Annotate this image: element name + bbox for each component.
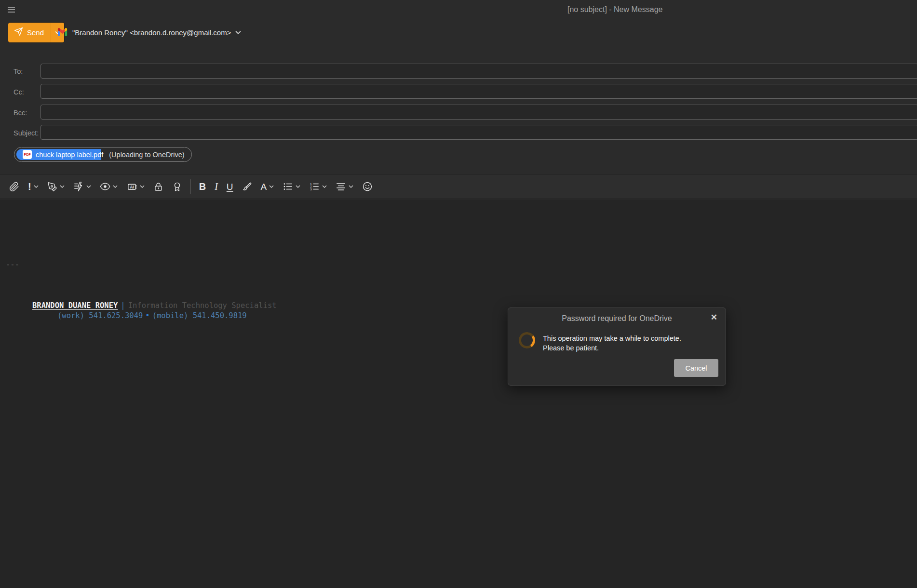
to-input[interactable] (40, 64, 917, 79)
gmail-icon (57, 27, 68, 38)
phone-work-number: 541.625.3049 (89, 311, 143, 320)
certificate-seal-icon (172, 182, 182, 192)
phone-separator-bullet: • (145, 311, 149, 320)
paint-brush-icon (242, 182, 252, 192)
chevron-down-icon (140, 185, 145, 188)
emoji-button[interactable] (358, 177, 377, 196)
toolbar-divider (190, 179, 191, 194)
chevron-down-icon (296, 185, 300, 188)
close-icon[interactable]: ✕ (709, 311, 719, 323)
formatting-toolbar: ! AI B I (0, 174, 917, 199)
chevron-down-icon (60, 185, 65, 188)
subject-input[interactable] (40, 125, 917, 140)
quick-text-button[interactable] (69, 177, 95, 196)
paper-plane-icon (14, 27, 23, 38)
exclamation-icon: ! (28, 182, 31, 191)
pen-icon (47, 182, 57, 192)
window-title: [no subject] - New Message (567, 5, 662, 14)
from-account-text: "Brandon Roney" <brandon.d.roney@gmail.c… (72, 28, 231, 37)
bullet-list-button[interactable] (278, 177, 305, 196)
phone-work-label: (work) (57, 311, 84, 320)
font-letter-icon: A (261, 182, 267, 191)
hamburger-icon (8, 7, 15, 8)
attachment-chip[interactable]: PDF chuck laptop label.pdf (Uploading to… (14, 147, 192, 162)
lock-icon (153, 182, 163, 192)
chevron-down-icon (322, 185, 327, 188)
italic-button[interactable]: I (210, 177, 222, 196)
bcc-label: Bcc: (13, 109, 27, 117)
cc-input[interactable] (40, 84, 917, 99)
numbered-list-icon: 123 (309, 181, 320, 192)
phone-mobile-label: (mobile) (152, 311, 189, 320)
align-icon (336, 181, 346, 192)
font-style-button[interactable]: A (256, 177, 279, 196)
pdf-file-icon: PDF (23, 150, 32, 159)
bcc-input[interactable] (40, 105, 917, 120)
smiley-icon (362, 181, 373, 192)
signature-separator: --- (6, 260, 19, 269)
attachment-upload-status: (Uploading to OneDrive) (109, 151, 184, 159)
chevron-down-icon (34, 185, 39, 188)
from-account-selector[interactable]: "Brandon Roney" <brandon.d.roney@gmail.c… (57, 23, 241, 42)
ai-assistant-button[interactable]: AI (122, 177, 149, 196)
cc-label: Cc: (13, 88, 24, 96)
phone-mobile-number: 541.450.9819 (193, 311, 247, 320)
dialog-message: This operation may take a while to compl… (543, 334, 681, 353)
dialog-message-line2: Please be patient. (543, 343, 681, 353)
priority-button[interactable]: ! (24, 177, 43, 196)
chevron-down-icon (269, 185, 274, 188)
underline-button[interactable]: U (222, 177, 238, 196)
title-bar: [no subject] - New Message (0, 0, 917, 19)
loading-spinner-icon (517, 331, 536, 349)
chevron-down-icon (113, 185, 118, 188)
format-painter-button[interactable] (238, 177, 256, 196)
to-label: To: (13, 67, 23, 75)
signature-button[interactable] (43, 177, 69, 196)
paperclip-icon (9, 182, 19, 192)
signature-line-2: (work) 541.625.3049•(mobile) 541.450.981… (30, 303, 247, 329)
ai-chip-icon: AI (126, 181, 137, 192)
subject-label: Subject: (13, 129, 39, 137)
digital-sign-button[interactable] (168, 177, 187, 196)
eye-icon (100, 181, 110, 192)
compose-window: [no subject] - New Message Send "Brandon… (0, 0, 917, 588)
svg-text:AI: AI (130, 185, 134, 189)
onedrive-password-dialog: Password required for OneDrive ✕ This op… (508, 307, 726, 386)
send-button-label: Send (27, 28, 44, 37)
dialog-title: Password required for OneDrive (508, 314, 726, 323)
svg-text:3: 3 (310, 188, 312, 191)
numbered-list-button[interactable]: 123 (305, 177, 331, 196)
bold-button[interactable]: B (195, 177, 210, 196)
chevron-down-icon (86, 185, 91, 188)
message-body-editor[interactable]: --- BRANDON DUANE RONEY|Information Tech… (0, 200, 917, 588)
encrypt-button[interactable] (149, 177, 168, 196)
read-receipt-button[interactable] (95, 177, 122, 196)
dialog-message-line1: This operation may take a while to compl… (543, 334, 681, 343)
alignment-button[interactable] (331, 177, 358, 196)
bullet-list-icon (283, 181, 293, 192)
chevron-down-icon (349, 185, 353, 188)
hamburger-menu-button[interactable] (8, 5, 17, 14)
send-button[interactable]: Send (8, 23, 64, 42)
quick-text-icon (73, 181, 84, 192)
attachment-filename: chuck laptop label.pdf (36, 151, 103, 159)
chevron-down-icon (235, 30, 241, 35)
attach-button[interactable] (5, 177, 24, 196)
cancel-button[interactable]: Cancel (674, 359, 718, 377)
